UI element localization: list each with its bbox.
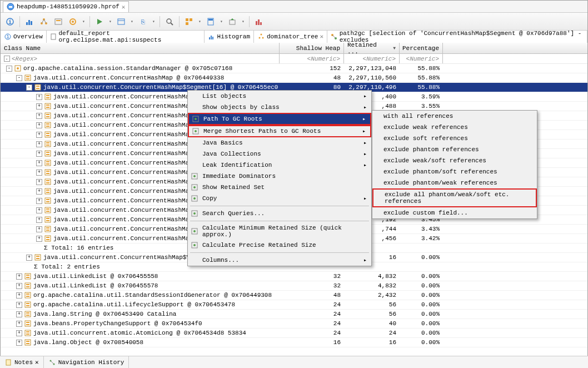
tree-row[interactable]: +java.lang.String @ 0x706453490 Catalina… — [1, 310, 587, 319]
oql-button[interactable] — [52, 16, 64, 28]
close-icon[interactable]: ✕ — [320, 33, 323, 40]
submenu-item[interactable]: exclude weak references — [372, 122, 537, 133]
calc-button[interactable] — [205, 16, 217, 28]
expander-icon[interactable]: + — [36, 160, 42, 166]
tree-row[interactable]: +java.lang.Object @ 0x70854005816160.00% — [1, 338, 587, 347]
dropdown-arrow-icon[interactable]: ▾ — [108, 19, 113, 24]
menu-item[interactable]: Columns...▸ — [188, 255, 371, 266]
tab-navigation[interactable]: Navigation History — [44, 356, 129, 369]
submenu-item[interactable]: with all references — [372, 111, 537, 122]
menu-item[interactable]: Java Collections▸ — [188, 148, 371, 160]
expander-icon[interactable]: + — [16, 283, 22, 289]
menu-item[interactable]: Merge Shortest Paths to GC Roots▸ — [188, 125, 371, 137]
tree-row[interactable]: +java.beans.PropertyChangeSupport @ 0x70… — [1, 319, 587, 329]
submenu-item[interactable]: exclude phantom references — [372, 144, 537, 155]
close-icon[interactable]: ✕ — [35, 359, 39, 366]
menu-item[interactable]: Leak Identification▸ — [188, 160, 371, 171]
thread-button[interactable] — [67, 16, 79, 28]
tab-default-report[interactable]: default_report org.eclipse.mat.api:suspe… — [47, 31, 205, 43]
column-percentage[interactable]: Percentage — [400, 43, 443, 53]
close-icon[interactable]: ✕ — [122, 3, 126, 11]
expander-icon[interactable]: + — [26, 255, 32, 261]
expander-icon[interactable]: + — [36, 198, 42, 204]
dominator-button[interactable] — [38, 16, 50, 28]
expander-icon[interactable]: + — [16, 311, 22, 317]
filter-regex[interactable]: <Regex> — [12, 56, 37, 62]
tree-row[interactable]: +org.apache.catalina.util.LifecycleSuppo… — [1, 300, 587, 310]
column-class-name[interactable]: Class Name — [1, 43, 280, 53]
tree-row[interactable]: +org.apache.catalina.util.StandardSessio… — [1, 291, 587, 300]
submenu-item[interactable]: exclude custom field... — [372, 207, 537, 218]
expander-icon[interactable]: . — [4, 56, 10, 62]
menu-item[interactable]: Show Retained Set — [188, 182, 371, 193]
address-button[interactable]: ⎘ — [137, 16, 149, 28]
menu-item[interactable]: Calculate Precise Retained Size — [188, 240, 371, 251]
expander-icon[interactable]: + — [36, 170, 42, 176]
expander-icon[interactable]: + — [36, 94, 42, 100]
expander-icon[interactable]: - — [16, 75, 22, 81]
expander-icon[interactable]: + — [36, 122, 42, 128]
expander-icon[interactable]: + — [36, 207, 42, 213]
filter-numeric[interactable]: <Numeric> — [280, 54, 344, 63]
dropdown-arrow-icon[interactable]: ▾ — [197, 19, 202, 24]
menu-item[interactable]: Copy▸ — [188, 193, 371, 204]
query-browser-button[interactable] — [115, 16, 127, 28]
expander-icon[interactable]: - — [26, 84, 32, 91]
expander-icon[interactable]: + — [36, 217, 42, 223]
dropdown-arrow-icon[interactable]: ▾ — [219, 19, 224, 24]
submenu-item[interactable]: exclude all phantom/weak/soft etc. refer… — [372, 188, 537, 207]
column-retained-heap[interactable]: Retained ...▼ — [344, 43, 400, 53]
tree-row[interactable]: +java.util.LinkedList @ 0x706455578324,8… — [1, 281, 587, 291]
group-button[interactable] — [183, 16, 195, 28]
submenu-item[interactable]: exclude weak/soft references — [372, 155, 537, 166]
expander-icon[interactable]: + — [16, 273, 22, 280]
dropdown-arrow-icon[interactable]: ▾ — [81, 19, 86, 24]
menu-item[interactable]: Calculate Minimum Retained Size (quick a… — [188, 223, 371, 240]
dropdown-arrow-icon[interactable]: ▾ — [241, 19, 246, 24]
tab-notes[interactable]: Notes ✕ — [0, 356, 44, 369]
expander-icon[interactable]: + — [36, 141, 42, 147]
expander-icon[interactable]: + — [36, 236, 42, 242]
expander-icon[interactable]: + — [36, 103, 42, 110]
expander-icon[interactable]: + — [16, 330, 22, 336]
tab-dominator[interactable]: dominator_tree ✕ — [254, 31, 327, 43]
column-shallow-heap[interactable]: Shallow Heap — [280, 43, 344, 53]
run-button[interactable] — [93, 16, 106, 28]
expander-icon[interactable]: + — [36, 151, 42, 157]
tab-overview[interactable]: i Overview — [1, 31, 47, 43]
expander-icon[interactable]: + — [16, 321, 22, 327]
expander-icon[interactable]: - — [6, 66, 12, 72]
tree-row[interactable]: +java.util.concurrent.atomic.AtomicLong … — [1, 329, 587, 338]
submenu-item[interactable]: exclude phantom/weak references — [372, 177, 537, 188]
expander-icon[interactable]: + — [36, 113, 42, 119]
dropdown-arrow-icon[interactable]: ▾ — [129, 19, 134, 24]
menu-item[interactable]: Java Basics▸ — [188, 137, 371, 148]
tab-path2gc[interactable]: path2gc [selection of 'ConcurrentHashMap… — [327, 31, 587, 43]
dropdown-arrow-icon[interactable]: ▾ — [151, 19, 156, 24]
filter-numeric[interactable]: <Numeric> — [400, 54, 443, 63]
expander-icon[interactable]: + — [16, 302, 22, 308]
expander-icon[interactable]: + — [36, 226, 42, 232]
menu-item[interactable]: Immediate Dominators — [188, 171, 371, 182]
menu-item[interactable]: Path To GC Roots▸ — [188, 113, 371, 125]
expander-icon[interactable]: + — [16, 292, 22, 299]
tab-histogram[interactable]: Histogram — [205, 31, 254, 43]
info-button[interactable]: i — [4, 16, 16, 28]
histogram-button[interactable] — [23, 16, 36, 28]
expander-icon[interactable]: + — [36, 132, 42, 138]
export-button[interactable] — [226, 16, 238, 28]
expander-icon[interactable]: + — [36, 188, 42, 195]
expander-icon[interactable]: + — [16, 340, 22, 346]
search-button[interactable] — [163, 16, 176, 28]
submenu-item[interactable]: exclude soft references — [372, 133, 537, 144]
file-tab[interactable]: heapdump-1488511059920.hprof ✕ — [3, 1, 129, 12]
submenu-item[interactable]: exclude phantom/soft references — [372, 166, 537, 177]
menu-item[interactable]: Show objects by class▸ — [188, 102, 371, 113]
expander-icon[interactable]: + — [36, 179, 42, 185]
tree-row[interactable]: +java.util.LinkedList @ 0x706455558324,8… — [1, 272, 587, 281]
filter-numeric[interactable]: <Numeric> — [344, 54, 400, 63]
menu-item[interactable]: Search Queries... — [188, 208, 371, 219]
tree-row[interactable]: -java.util.concurrent.ConcurrentHashMap … — [1, 73, 587, 83]
tree-row[interactable]: -org.apache.catalina.session.StandardMan… — [1, 64, 587, 73]
menu-item[interactable]: List objects▸ — [188, 91, 371, 102]
